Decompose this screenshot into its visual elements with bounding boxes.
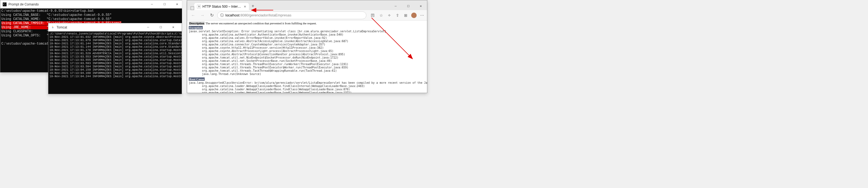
- cmd-icon: C:\\: [2, 2, 7, 6]
- svg-text:C:\\: C:\\: [3, 3, 6, 6]
- url-path: /gerenciador/listaEmpresas: [248, 13, 291, 17]
- maximize-button[interactable]: ☐: [158, 0, 171, 8]
- share-icon[interactable]: ⇪: [395, 12, 400, 18]
- tomcat-title: Tomcat: [57, 25, 142, 29]
- maximize-button[interactable]: ☐: [154, 23, 167, 31]
- tomcat-terminal[interactable]: ;C:\Users\renato_juvencio\AppData\Local\…: [49, 31, 182, 94]
- tab-strip: ⎘ HTTP Status 500 – Internal Serv... ✕ +…: [187, 0, 427, 10]
- read-aloud-icon[interactable]: [370, 12, 376, 18]
- forward-button[interactable]: →: [198, 11, 206, 19]
- close-button[interactable]: ✕: [414, 2, 427, 10]
- minimize-button[interactable]: ─: [389, 2, 402, 10]
- browser-tab[interactable]: ⎘ HTTP Status 500 – Internal Serv... ✕: [194, 3, 249, 10]
- tab-close-button[interactable]: ✕: [244, 5, 246, 8]
- favicon-icon: ⎘: [197, 5, 201, 8]
- browser-window: ⎘ HTTP Status 500 – Internal Serv... ✕ +…: [187, 0, 427, 93]
- maximize-button[interactable]: ☐: [402, 2, 414, 10]
- exception-trace: javax.servlet.ServletException: Error in…: [189, 30, 425, 76]
- url-host: localhost: [225, 13, 239, 17]
- description-text: The server encountered an unexpected con…: [205, 22, 317, 25]
- page-content: Description The server encountered an un…: [187, 21, 427, 93]
- description-label: Description: [189, 22, 205, 25]
- exception-heading: Exception: [189, 26, 203, 29]
- url-port: :8080: [239, 13, 248, 17]
- prompt-titlebar[interactable]: C:\\ Prompt de Comando ─ ☐ ✕: [0, 0, 186, 8]
- svg-rect-2: [191, 6, 194, 10]
- prompt-title: Prompt de Comando: [8, 2, 146, 6]
- profile-avatar[interactable]: [411, 12, 417, 18]
- rootcause-trace: java.lang.UnsupportedClassVersionError: …: [189, 81, 425, 93]
- tomcat-window: Tomcat ─ ☐ ✕ ;C:\Users\renato_juvencio\A…: [48, 23, 182, 94]
- close-button[interactable]: ✕: [171, 0, 183, 8]
- menu-icon[interactable]: ⋯: [420, 12, 425, 18]
- new-tab-button[interactable]: +: [249, 2, 257, 10]
- browser-toolbar: ← → ↻ ⓘ localhost:8080/gerenciador/lista…: [187, 10, 427, 21]
- java-icon: [51, 25, 55, 30]
- favorites-icon[interactable]: ☆: [378, 12, 384, 18]
- address-bar[interactable]: ⓘ localhost:8080/gerenciador/listaEmpres…: [217, 11, 366, 19]
- site-info-icon[interactable]: ⓘ: [220, 13, 224, 18]
- rootcause-heading: Root Cause: [189, 77, 205, 81]
- minimize-button[interactable]: ─: [146, 0, 158, 8]
- tab-title: HTTP Status 500 – Internal Serv...: [203, 5, 242, 8]
- minimize-button[interactable]: ─: [142, 23, 154, 31]
- back-button[interactable]: ←: [189, 11, 197, 19]
- tomcat-titlebar[interactable]: Tomcat ─ ☐ ✕: [49, 23, 182, 31]
- scrollbar[interactable]: [182, 0, 186, 93]
- system-menu-icon[interactable]: [190, 6, 194, 10]
- refresh-button[interactable]: ↻: [208, 11, 216, 19]
- extensions-icon[interactable]: ⊞: [403, 12, 408, 18]
- close-button[interactable]: ✕: [167, 23, 180, 31]
- collections-icon[interactable]: ✧: [386, 12, 392, 18]
